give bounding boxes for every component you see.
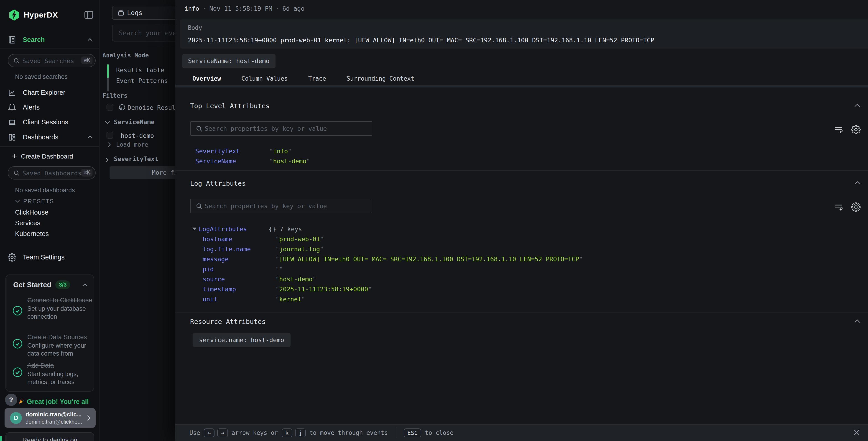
sidebar-item-team-settings[interactable]: Team Settings [0,252,99,264]
get-started-item-desc: Start sending logs, metrics, or traces [27,370,94,386]
sidebar-item-search[interactable]: Search [0,34,99,46]
more-filters-button[interactable]: More filters [110,166,175,179]
get-started-item-desc: Set up your database connection [27,305,94,321]
sidebar-item-alerts[interactable]: Alerts [0,102,99,114]
attr-value[interactable]: journal.log [276,245,323,253]
gear-icon[interactable] [851,202,861,212]
attr-key[interactable]: log.file.name [203,245,251,253]
source-select[interactable]: Logs [112,6,175,20]
attr-key[interactable]: hostname [203,236,232,243]
sidebar-item-client-sessions[interactable]: Client Sessions [0,117,99,128]
celebration-text: Great job! You're all [27,398,89,405]
attr-value[interactable]: host-demo [269,158,310,165]
attr-key[interactable]: pid [203,266,214,273]
sidebar-item-label: Search [23,36,45,43]
deploy-popover-text: Ready to deploy on [6,436,94,441]
sidebar-collapse-icon[interactable] [84,10,94,19]
avatar: D [10,412,22,424]
filter-value-host-demo[interactable]: host-demo [121,132,154,139]
attr-key[interactable]: source [203,276,225,283]
event-age: 6d ago [282,5,305,12]
chart-icon [8,88,17,97]
mode-track [107,64,108,91]
create-dashboard-button[interactable]: Create Dashboard [11,152,97,162]
resource-service-tag[interactable]: service.name: host-demo [193,333,290,347]
load-more-button[interactable]: Load more [116,141,148,148]
help-button[interactable]: ? [5,393,17,406]
gear-icon[interactable] [851,125,861,135]
log-attrs-search-input[interactable]: Search properties by key or value [190,199,372,213]
get-started-item[interactable]: Connect to ClickHouse Set up your databa… [27,296,94,321]
chevron-up-icon[interactable] [82,283,88,287]
arrow-right-key[interactable]: → [217,429,228,437]
j-key[interactable]: j [295,429,306,437]
sidebar-item-label: Chart Explorer [23,89,65,96]
top-attrs-search-placeholder: Search properties by key or value [205,125,327,132]
event-header: info·Nov 11 5:58:19 PM·6d ago [184,5,304,12]
close-icon[interactable] [852,428,861,437]
footer-or-label: arrow keys or [231,430,278,436]
mode-event-patterns[interactable]: Event Patterns [116,77,168,84]
log-attrs-search-placeholder: Search properties by key or value [205,203,327,210]
chevron-up-icon[interactable] [854,103,861,108]
attr-value[interactable]: prod-web-01 [276,236,323,243]
sidebar-item-chart-explorer[interactable]: Chart Explorer [0,87,99,99]
filter-group-severitytext[interactable]: SeverityText [114,155,158,163]
get-started-item[interactable]: Add Data Start sending logs, metrics, or… [27,361,94,386]
attr-key[interactable]: SeverityText [195,148,240,155]
get-started-item[interactable]: Create Data Sources Configure where your… [27,333,94,358]
host-demo-checkbox[interactable] [106,132,114,139]
denoise-label[interactable]: Denoise Results [127,104,175,111]
filters-panel: Logs Search your event Analysis Mode Res… [99,0,175,441]
wrap-text-icon[interactable] [834,202,843,212]
event-search-input[interactable]: Search your event [112,25,175,41]
chevron-up-icon[interactable] [854,319,861,324]
saved-searches-input[interactable]: Saved Searches ⌘K [8,54,96,67]
attr-key[interactable]: ServiceName [195,158,236,165]
chevron-up-icon[interactable] [854,180,861,185]
tab-trace[interactable]: Trace [298,72,336,85]
k-key[interactable]: k [282,429,292,437]
user-menu[interactable]: D dominic.tran@clic... dominic.tran@clic… [5,408,96,428]
bell-icon [8,103,17,112]
tab-column-values[interactable]: Column Values [231,72,298,85]
search-icon [13,57,20,64]
service-name-tag[interactable]: ServiceName: host-demo [182,54,276,68]
esc-key[interactable]: ESC [404,429,421,437]
attr-tree-root[interactable]: LogAttributes [192,226,247,233]
arrow-left-key[interactable]: ← [204,429,215,437]
source-select-value: Logs [127,9,142,17]
attr-value[interactable]: host-demo [276,276,316,283]
check-circle-icon [12,339,23,349]
attr-value[interactable]: info [269,148,292,155]
preset-clickhouse[interactable]: ClickHouse [15,209,49,216]
chevron-right-icon[interactable] [105,157,109,163]
sidebar-item-label: Dashboards [23,134,58,141]
attr-tree-meta: {} 7 keys [269,226,302,233]
denoise-checkbox[interactable] [106,104,114,111]
chevron-down-icon[interactable] [104,120,111,124]
attr-value[interactable]: kernel [276,296,305,303]
attr-key[interactable]: unit [203,296,217,303]
cmdk-shortcut: ⌘K [81,57,92,64]
tab-overview[interactable]: Overview [182,72,231,85]
attr-key[interactable]: message [203,256,228,263]
saved-dashboards-input[interactable]: Saved Dashboards ⌘K [8,166,96,179]
filter-group-servicename[interactable]: ServiceName [114,118,155,125]
tab-surrounding-context[interactable]: Surrounding Context [336,72,425,85]
plus-icon [11,153,18,159]
attr-value[interactable]: [UFW ALLOW] IN=eth0 OUT= MAC= SRC=192.16… [276,256,583,263]
attr-key[interactable]: timestamp [203,286,236,293]
wrap-text-icon[interactable] [834,125,843,135]
preset-kubernetes[interactable]: Kubernetes [15,230,49,238]
attr-value[interactable] [276,266,283,273]
get-started-header[interactable]: Get Started3/3 [13,281,88,292]
mode-results-table[interactable]: Results Table [116,66,164,74]
create-dashboard-label: Create Dashboard [21,153,73,160]
divider [175,170,868,171]
severity-badge: info [184,5,199,12]
attr-value[interactable]: 2025-11-11T23:58:19+0000 [276,286,372,293]
sidebar-item-dashboards[interactable]: Dashboards [0,132,99,144]
top-attrs-search-input[interactable]: Search properties by key or value [190,121,372,136]
preset-services[interactable]: Services [15,219,40,227]
